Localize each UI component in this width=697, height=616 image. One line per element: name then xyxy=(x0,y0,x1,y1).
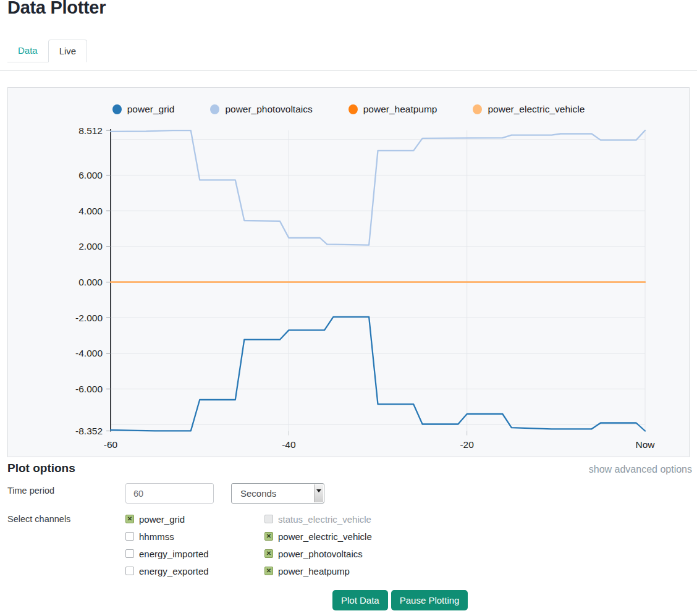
legend-dot-icon xyxy=(112,104,122,114)
tab-live[interactable]: Live xyxy=(48,40,88,62)
channels-column-2: status_electric_vehicle✕power_electric_v… xyxy=(264,510,372,580)
svg-text:2.000: 2.000 xyxy=(78,241,103,251)
plot-options-heading: Plot options xyxy=(7,462,75,475)
svg-text:-60: -60 xyxy=(104,439,118,450)
channel-label: status_electric_vehicle xyxy=(278,514,371,525)
time-unit-select[interactable]: Seconds xyxy=(231,483,324,504)
select-dropdown-button[interactable] xyxy=(314,484,323,502)
chart-card: 8.5126.0004.0002.0000.000-2.000-4.000-6.… xyxy=(7,87,690,457)
header-divider xyxy=(0,70,697,71)
channel-row-power_heatpump: ✕power_heatpump xyxy=(264,562,372,580)
legend-label: power_photovoltaics xyxy=(225,104,312,115)
checkbox-power_photovoltaics[interactable]: ✕ xyxy=(264,549,273,558)
chevron-down-icon xyxy=(316,489,321,492)
legend-dot-icon xyxy=(473,104,482,114)
channel-row-energy_exported: energy_exported xyxy=(125,562,209,580)
channel-label: hhmmss xyxy=(139,531,174,542)
svg-text:-4.000: -4.000 xyxy=(75,348,103,358)
select-channels-label: Select channels xyxy=(7,514,70,524)
legend-item-power_photovoltaics[interactable]: power_photovoltaics xyxy=(210,104,312,115)
checkbox-energy_imported[interactable] xyxy=(125,549,134,558)
channel-label: energy_imported xyxy=(139,549,209,559)
chart-legend: power_gridpower_photovoltaicspower_heatp… xyxy=(8,104,689,115)
svg-text:-6.000: -6.000 xyxy=(75,384,103,394)
legend-label: power_electric_vehicle xyxy=(488,104,585,115)
legend-label: power_heatpump xyxy=(363,104,437,115)
channel-label: energy_exported xyxy=(139,566,209,576)
channel-label: power_photovoltaics xyxy=(278,549,363,559)
channel-row-hhmmss: hhmmss xyxy=(125,528,209,545)
legend-dot-icon xyxy=(210,104,219,114)
channels-column-1: ✕power_gridhhmmssenergy_importedenergy_e… xyxy=(125,510,209,580)
time-unit-value: Seconds xyxy=(240,488,276,499)
svg-text:6.000: 6.000 xyxy=(78,170,103,180)
checkbox-power_heatpump[interactable]: ✕ xyxy=(264,567,273,575)
channel-row-power_grid: ✕power_grid xyxy=(125,510,209,528)
checkbox-power_grid[interactable]: ✕ xyxy=(125,515,134,523)
legend-item-power_electric_vehicle[interactable]: power_electric_vehicle xyxy=(473,104,585,115)
action-buttons: Plot Data Pause Plotting xyxy=(332,590,468,610)
checkbox-energy_exported[interactable] xyxy=(125,567,134,575)
channel-label: power_grid xyxy=(139,514,185,525)
legend-item-power_grid[interactable]: power_grid xyxy=(112,104,175,115)
legend-label: power_grid xyxy=(127,104,175,115)
show-advanced-options-link[interactable]: show advanced options xyxy=(589,464,692,475)
pause-plotting-button[interactable]: Pause Plotting xyxy=(391,590,468,610)
svg-text:-8.352: -8.352 xyxy=(75,426,103,436)
legend-item-power_heatpump[interactable]: power_heatpump xyxy=(348,104,437,115)
channel-row-energy_imported: energy_imported xyxy=(125,545,209,562)
checkbox-hhmmss[interactable] xyxy=(125,532,134,541)
tab-data[interactable]: Data xyxy=(7,40,48,62)
channel-label: power_electric_vehicle xyxy=(278,531,372,542)
legend-dot-icon xyxy=(348,104,358,114)
channel-row-power_electric_vehicle: ✕power_electric_vehicle xyxy=(264,528,372,545)
svg-text:Now: Now xyxy=(635,439,655,450)
checkbox-power_electric_vehicle[interactable]: ✕ xyxy=(264,532,273,541)
time-period-label: Time period xyxy=(7,486,54,496)
svg-text:0.000: 0.000 xyxy=(78,277,103,287)
chart-svg[interactable]: 8.5126.0004.0002.0000.000-2.000-4.000-6.… xyxy=(8,88,689,457)
svg-text:-40: -40 xyxy=(282,439,296,450)
svg-text:4.000: 4.000 xyxy=(78,206,103,216)
svg-text:-20: -20 xyxy=(460,439,474,450)
plot-data-button[interactable]: Plot Data xyxy=(332,590,388,610)
channel-row-status_electric_vehicle: status_electric_vehicle xyxy=(264,510,372,528)
channel-label: power_heatpump xyxy=(278,566,350,576)
channel-row-power_photovoltaics: ✕power_photovoltaics xyxy=(264,545,372,562)
tab-bar: Data Live xyxy=(7,40,87,62)
svg-text:-2.000: -2.000 xyxy=(75,313,103,323)
time-period-input[interactable] xyxy=(125,483,214,504)
svg-text:8.512: 8.512 xyxy=(78,125,103,136)
page-title: Data Plotter xyxy=(7,0,106,18)
checkbox-status_electric_vehicle xyxy=(264,515,273,523)
